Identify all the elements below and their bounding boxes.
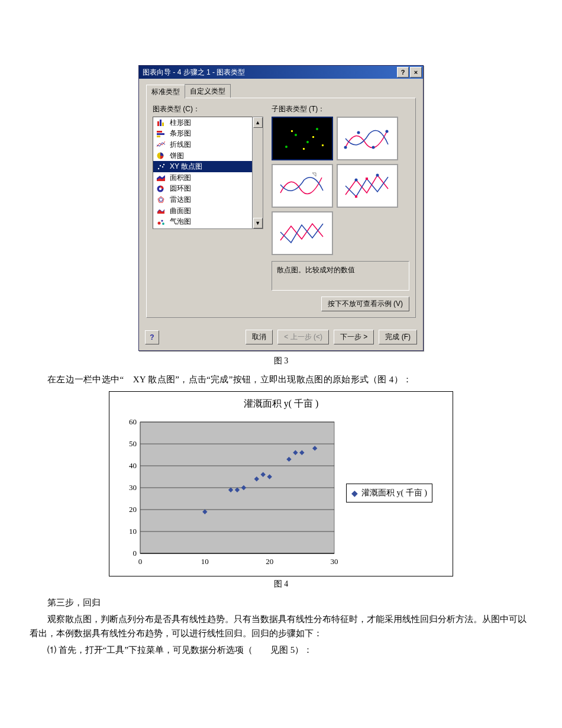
finish-button[interactable]: 完成 (F) [379, 330, 417, 344]
svg-rect-1 [160, 120, 162, 126]
close-button[interactable]: × [410, 67, 422, 78]
svg-text:40: 40 [129, 461, 137, 470]
svg-rect-35 [366, 178, 368, 180]
svg-text:20: 20 [129, 505, 137, 514]
subchart-scatter-markers[interactable] [272, 117, 333, 160]
svg-rect-28 [322, 144, 324, 146]
svg-marker-33 [312, 173, 316, 176]
list-item: 气泡图 [153, 216, 252, 227]
chart-title: 灌溉面积 y( 千亩 ) [115, 398, 447, 410]
back-button: < 上一步 (<) [277, 330, 329, 344]
svg-rect-2 [162, 123, 164, 126]
svg-point-9 [162, 166, 163, 167]
help-titlebar-button[interactable]: ? [397, 67, 409, 78]
list-item: 条形图 [153, 128, 252, 140]
paragraph-step3: 第三步，回归 [30, 595, 532, 610]
subchart-scatter-lines-nomarkers[interactable] [272, 211, 333, 255]
svg-text:10: 10 [129, 527, 137, 536]
list-item: 柱形图 [153, 117, 252, 128]
chart-type-label: 图表类型 (C)： [153, 104, 263, 114]
tab-standard[interactable]: 标准类型 [146, 85, 185, 98]
column-chart-icon [156, 118, 166, 127]
svg-marker-16 [159, 198, 163, 201]
tab-panel: 图表类型 (C)： 柱形图 条形图 折线图 饼图 XY 散点图 面积图 圆环图 [146, 98, 416, 318]
preview-sample-button[interactable]: 按下不放可查看示例 (V) [321, 297, 409, 311]
svg-point-31 [372, 146, 374, 149]
svg-rect-27 [312, 136, 314, 138]
figure3-caption: 图 3 [30, 356, 532, 366]
svg-point-23 [306, 141, 309, 143]
scatter-chart-icon [156, 163, 166, 171]
svg-rect-5 [157, 136, 160, 137]
svg-text:10: 10 [201, 557, 209, 566]
svg-point-19 [162, 223, 164, 225]
legend-label: 灌溉面积 y( 千亩 ) [361, 488, 427, 498]
dialog-title: 图表向导 - 4 步骤之 1 - 图表类型 [143, 67, 396, 78]
line-chart-icon [156, 140, 166, 149]
svg-rect-34 [355, 195, 357, 198]
svg-point-8 [160, 165, 161, 166]
svg-text:20: 20 [266, 557, 273, 566]
list-item-label: 圆环图 [170, 183, 191, 194]
list-item-label: 柱形图 [170, 118, 191, 128]
svg-point-37 [376, 174, 379, 177]
listbox-scrollbar[interactable]: ▲ ▼ [253, 117, 263, 229]
figure4-caption: 图 4 [30, 579, 532, 590]
subchart-scatter-smooth-nomarkers[interactable] [272, 164, 333, 208]
svg-point-24 [316, 128, 318, 130]
svg-text:0: 0 [138, 557, 143, 566]
legend-marker-icon: ◆ [351, 488, 358, 498]
scatter-plot: 01020304050600102030 [115, 416, 340, 570]
subchart-scatter-smooth-markers[interactable] [337, 117, 398, 160]
svg-rect-20 [277, 123, 327, 154]
svg-rect-3 [157, 131, 162, 133]
figure4-chart: 灌溉面积 y( 千亩 ) 01020304050600102030 ◆ 灌溉面积… [109, 391, 453, 576]
paragraph-3: ⑴ 首先，打开“工具”下拉菜单，可见数据分析选项（ 见图 5）： [30, 643, 532, 657]
list-item: 饼图 [153, 150, 252, 162]
list-item-label: 饼图 [170, 151, 184, 161]
dialog-footer: ? 取消 < 上一步 (<) 下一步 > 完成 (F) [139, 325, 423, 350]
list-item-label: 条形图 [170, 128, 191, 138]
svg-rect-4 [157, 133, 164, 135]
tab-custom[interactable]: 自定义类型 [185, 84, 231, 98]
scroll-down-button[interactable]: ▼ [253, 218, 263, 228]
bar-chart-icon [156, 130, 166, 138]
sub-chart-type-label: 子图表类型 (T)： [272, 104, 409, 114]
scroll-up-button[interactable]: ▲ [253, 117, 263, 128]
list-item-label: XY 散点图 [170, 162, 202, 172]
svg-point-36 [354, 179, 357, 182]
list-item: 雷达图 [153, 194, 252, 205]
chart-type-listbox[interactable]: 柱形图 条形图 折线图 饼图 XY 散点图 面积图 圆环图 雷达图 曲面图 [153, 117, 253, 229]
next-button[interactable]: 下一步 > [334, 330, 374, 344]
pie-chart-icon [156, 152, 166, 160]
svg-rect-0 [157, 121, 159, 126]
sub-chart-grid [272, 117, 402, 255]
subchart-scatter-lines-markers[interactable] [337, 164, 398, 208]
list-item-label: 曲面图 [170, 206, 191, 216]
titlebar: 图表向导 - 4 步骤之 1 - 图表类型 ? × [139, 66, 423, 79]
svg-text:30: 30 [129, 483, 137, 492]
list-item: 折线图 [153, 139, 252, 150]
list-item: 圆环图 [153, 183, 252, 195]
radar-chart-icon [156, 195, 166, 204]
list-item-label: 面积图 [170, 173, 191, 183]
svg-point-10 [163, 163, 164, 165]
svg-text:30: 30 [331, 557, 338, 566]
cancel-button[interactable]: 取消 [246, 330, 273, 344]
svg-text:0: 0 [133, 549, 137, 558]
svg-point-7 [158, 167, 159, 169]
surface-chart-icon [156, 207, 166, 215]
svg-point-18 [161, 220, 163, 221]
list-item-label: 气泡图 [170, 217, 191, 227]
list-item: 曲面图 [153, 205, 252, 217]
help-button[interactable]: ? [145, 330, 159, 344]
chart-wizard-dialog: 图表向导 - 4 步骤之 1 - 图表类型 ? × 标准类型 自定义类型 图表类… [138, 65, 424, 351]
svg-point-30 [357, 131, 360, 134]
paragraph-1: 在左边一栏中选中“ XY 散点图”，点击“完成”按钮，立即出现散点图的原始形式（… [30, 372, 532, 386]
svg-point-21 [285, 146, 288, 148]
svg-rect-26 [303, 148, 305, 150]
svg-point-29 [344, 146, 347, 149]
list-item-selected: XY 散点图 [153, 161, 252, 172]
subtype-description: 散点图。比较成对的数值 [272, 261, 409, 291]
svg-rect-25 [291, 130, 293, 132]
